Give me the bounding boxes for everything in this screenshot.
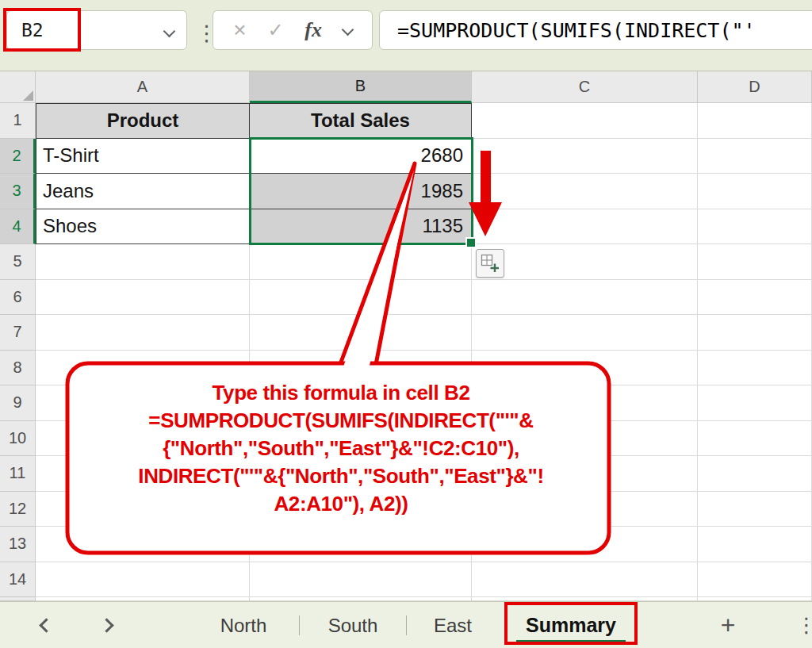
- row-header-13[interactable]: 13: [0, 527, 36, 562]
- sheet-tab-north[interactable]: North: [201, 602, 286, 648]
- callout-line: INDIRECT("'"&{"North","South","East"}&"!: [73, 462, 609, 490]
- sheet-tab-label: East: [434, 615, 472, 637]
- row-header-1[interactable]: 1: [0, 103, 36, 139]
- callout-line: Type this formula in cell B2: [73, 379, 609, 407]
- column-header-C[interactable]: C: [472, 71, 698, 103]
- row-header-5[interactable]: 5: [0, 244, 36, 280]
- row-header-12[interactable]: 12: [0, 492, 36, 527]
- sheet-tab-bar: North South East Summary + ⋮: [0, 601, 812, 648]
- formula-input[interactable]: =SUMPRODUCT(SUMIFS(INDIRECT("': [379, 10, 812, 50]
- formula-bar-area: B2 ⋮ × ✓ fx =SUMPRODUCT(SUMIFS(INDIRECT(…: [0, 0, 812, 71]
- row-header-2[interactable]: 2: [0, 139, 36, 174]
- cell-A1[interactable]: Product: [36, 103, 250, 139]
- cell-D13[interactable]: [698, 527, 812, 562]
- formula-text: =SUMPRODUCT(SUMIFS(INDIRECT("': [397, 19, 756, 42]
- column-header-D[interactable]: D: [698, 71, 812, 103]
- column-header-B[interactable]: B: [250, 71, 472, 103]
- cell-B14[interactable]: [250, 562, 472, 598]
- cell-C1[interactable]: [472, 103, 698, 139]
- row-header-6[interactable]: 6: [0, 280, 36, 316]
- cell-A14[interactable]: [36, 562, 250, 598]
- add-sheet-button[interactable]: +: [712, 602, 744, 648]
- tab-separator: [406, 615, 407, 635]
- row-header-11[interactable]: 11: [0, 456, 36, 492]
- cell-D1[interactable]: [698, 103, 812, 139]
- column-header-A[interactable]: A: [36, 71, 250, 103]
- prev-sheet-icon[interactable]: [41, 619, 52, 634]
- cell-D2[interactable]: [698, 139, 812, 174]
- cell-D3[interactable]: [698, 174, 812, 209]
- cell-D5[interactable]: [698, 244, 812, 280]
- sheet-tab-label: North: [220, 615, 267, 637]
- fx-dropdown-icon[interactable]: [343, 23, 352, 37]
- cell-D10[interactable]: [698, 421, 812, 457]
- cell-D12[interactable]: [698, 492, 812, 527]
- name-box-dropdown-icon[interactable]: [165, 25, 174, 39]
- enter-icon[interactable]: ✓: [267, 21, 283, 40]
- annotation-box-summary-tab: [504, 602, 638, 645]
- sheet-tab-south[interactable]: South: [312, 602, 394, 648]
- cell-D4[interactable]: [698, 209, 812, 245]
- row-header-3[interactable]: 3: [0, 174, 36, 209]
- sheet-tab-east[interactable]: East: [418, 602, 488, 648]
- sheet-tab-label: South: [328, 615, 378, 637]
- callout-text: Type this formula in cell B2 =SUMPRODUCT…: [73, 379, 609, 518]
- cancel-icon[interactable]: ×: [233, 19, 246, 41]
- next-sheet-icon[interactable]: [102, 619, 112, 634]
- cell-C14[interactable]: [472, 562, 698, 598]
- formula-buttons: × ✓ fx: [213, 10, 373, 50]
- row-header-8[interactable]: 8: [0, 351, 36, 386]
- excel-window: B2 ⋮ × ✓ fx =SUMPRODUCT(SUMIFS(INDIRECT(…: [0, 0, 812, 648]
- row-header-14[interactable]: 14: [0, 562, 36, 598]
- callout-line: A2:A10"), A2)): [73, 490, 609, 518]
- row-header-4[interactable]: 4: [0, 209, 36, 245]
- cell-D6[interactable]: [698, 280, 812, 316]
- all-sheets-icon[interactable]: ⋮: [795, 602, 812, 648]
- select-all-button[interactable]: [0, 71, 36, 103]
- tab-separator: [299, 615, 300, 635]
- cell-B1[interactable]: Total Sales: [250, 103, 472, 139]
- cell-D11[interactable]: [698, 456, 812, 492]
- callout-line: =SUMPRODUCT(SUMIFS(INDIRECT("'"&: [73, 407, 609, 435]
- row-header-10[interactable]: 10: [0, 421, 36, 457]
- row-header-7[interactable]: 7: [0, 315, 36, 351]
- row-header-9[interactable]: 9: [0, 385, 36, 421]
- annotation-box-namebox: [3, 8, 81, 52]
- callout-line: {"North","South","East"}&"!C2:C10"),: [73, 435, 609, 462]
- cell-D14[interactable]: [698, 562, 812, 598]
- insert-function-icon[interactable]: fx: [304, 18, 322, 42]
- cell-D8[interactable]: [698, 351, 812, 386]
- cell-D7[interactable]: [698, 315, 812, 351]
- cell-D9[interactable]: [698, 385, 812, 421]
